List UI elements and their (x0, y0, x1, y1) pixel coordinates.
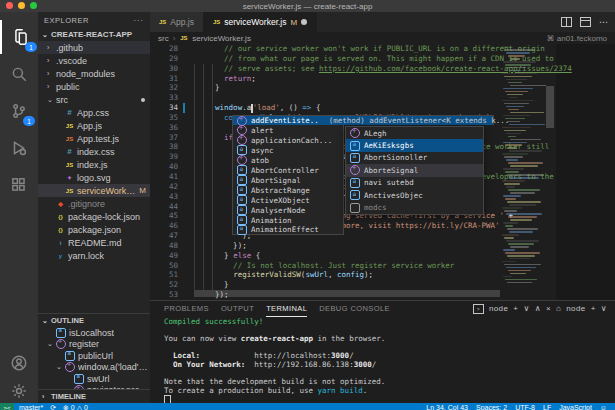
file-item-src[interactable]: ⌄src (38, 93, 150, 106)
explorer-icon[interactable]: 1 (0, 20, 40, 54)
file-item-.gitignore[interactable]: ◆.gitignore (38, 197, 150, 210)
suggest-item-AbstractRange[interactable]: AbstractRange (232, 185, 344, 195)
terminal-box-icon[interactable]: > (473, 304, 484, 314)
overlay-item-ALegh[interactable]: ALegh (346, 127, 483, 139)
suggest-item-AbortController[interactable]: AbortController (232, 165, 344, 175)
chevron-up-icon[interactable]: ∧ (535, 304, 541, 313)
tab-serviceWorker.js[interactable]: JSserviceWorker.jsM (204, 12, 317, 32)
suggest-item-applicationCach...[interactable]: applicationCach... (232, 135, 344, 145)
file-item-yarn.lock[interactable]: yyarn.lock (38, 249, 150, 262)
suggest-item-AbortSignal[interactable]: AbortSignal (232, 175, 344, 185)
terminal-output[interactable]: Compiled successfully! You can now view … (150, 316, 615, 404)
plus-icon[interactable]: + (591, 304, 596, 313)
file-item-App.test.js[interactable]: JSApp.test.js (38, 132, 150, 145)
suggest-item-AnalyserNode[interactable]: AnalyserNode (232, 205, 344, 215)
file-item-.github[interactable]: ›.github (38, 41, 150, 54)
file-item-index.js[interactable]: JSindex.js (38, 158, 150, 171)
status-item[interactable]: JavaScript (559, 404, 592, 410)
panel-tab-TERMINAL[interactable]: TERMINAL (266, 301, 307, 317)
suggest-item-Animation[interactable]: Animation (232, 215, 344, 225)
overlay-item-navi sutebd[interactable]: navi sutebd (346, 177, 483, 189)
git-gutter-marker (183, 261, 185, 271)
maximize-window-icon[interactable] (30, 2, 37, 9)
overlay-item-AborteSignal[interactable]: AborteSignal (346, 164, 483, 176)
file-item-node_modules[interactable]: ›node_modules (38, 67, 150, 80)
outline-item[interactable]: isLocalhost (38, 327, 150, 339)
outline-section-header[interactable]: ⌄ OUTLINE (38, 314, 150, 327)
line-number: 40 (150, 162, 183, 172)
overlay-item-AnctivesObjec[interactable]: AnctivesObjec (346, 189, 483, 201)
timeline-header-label: TIMELINE (51, 392, 86, 401)
outline-item[interactable]: ⌄window.a('load') callback (38, 362, 150, 374)
explorer-more-icon[interactable]: ··· (134, 16, 145, 25)
suggest-item-atob[interactable]: atob (232, 155, 344, 165)
suggest-item-ActiveXObject[interactable]: ActiveXObject (232, 195, 344, 205)
chevron-down-icon[interactable]: ∨ (523, 304, 529, 313)
breadcrumb-file[interactable]: serviceWorker.js (192, 34, 251, 43)
minimize-window-icon[interactable] (18, 2, 25, 9)
chevron-down-icon[interactable]: ∨ (601, 304, 607, 313)
overlay-label: AeKiEsksgbs (364, 141, 414, 150)
source-control-icon[interactable]: 1 (0, 94, 38, 128)
timeline-section-header[interactable]: › TIMELINE (38, 390, 150, 403)
line-number: 29 (150, 54, 183, 64)
panel-tab-OUTPUT[interactable]: OUTPUT (221, 301, 254, 316)
file-label: index.js (77, 160, 108, 170)
status-item[interactable]: ⊗ 0 △ 0 (63, 404, 88, 410)
file-label: yarn.lock (68, 251, 104, 261)
search-icon[interactable] (0, 57, 38, 91)
suggest-item-async[interactable]: async (232, 145, 344, 155)
overlay-item-AbortSionoller[interactable]: AbortSionoller (346, 152, 483, 164)
breadcrumb-src[interactable]: src (158, 34, 169, 43)
suggest-item-addEventListe..[interactable]: addEventListe..(method) addEventListener… (232, 115, 494, 125)
folder-chevron-icon: ⌄ (47, 96, 53, 104)
outline-item[interactable]: swUrl (38, 373, 150, 385)
file-item-package-lock.json[interactable]: {}package-lock.json (38, 210, 150, 223)
code-text: } else { (197, 251, 260, 261)
status-item[interactable]: UTF-8 (515, 404, 535, 410)
close-window-icon[interactable] (6, 2, 13, 9)
close-icon[interactable]: × (546, 304, 551, 313)
split-editor-icon[interactable] (561, 17, 572, 27)
file-item-App.js[interactable]: JSApp.js (38, 119, 150, 132)
extensions-icon[interactable] (0, 168, 38, 202)
tab-App.js[interactable]: JSApp.js (150, 12, 204, 32)
overlay-item-AeKiEsksgbs[interactable]: AeKiEsksgbs (346, 139, 483, 151)
home-icon[interactable]: ⌂ (556, 304, 561, 313)
file-item-README.md[interactable]: iREADME.md (38, 236, 150, 249)
panel-tab-PROBLEMS[interactable]: PROBLEMS (164, 301, 209, 316)
code-editor[interactable]: 28 // our service worker won't work if P… (150, 44, 615, 300)
plus-icon[interactable]: + (513, 304, 518, 313)
outline-item[interactable]: ⌄register (38, 339, 150, 351)
breadcrumb[interactable]: src › JS serviceWorker.js ⌘ an01.feckomo (150, 32, 615, 44)
file-item-.vscode[interactable]: ›.vscode (38, 54, 150, 67)
file-item-public[interactable]: ›public (38, 80, 150, 93)
toggle-layout-icon[interactable] (580, 17, 591, 27)
status-item[interactable]: Spaces: 2 (476, 404, 507, 410)
status-item[interactable]: master* (19, 404, 43, 410)
file-item-index.css[interactable]: #index.css (38, 145, 150, 158)
file-item-App.css[interactable]: #App.css (38, 106, 150, 119)
code-text: // Is not localhost. Just register servi… (197, 261, 454, 271)
status-item[interactable]: ⟳ (50, 404, 56, 410)
file-item-logo.svg[interactable]: ✦logo.svg (38, 171, 150, 184)
js-icon: JS (159, 19, 166, 25)
more-actions-icon[interactable]: ⋯ (599, 17, 609, 27)
overlay-item-modcs[interactable]: modcs (346, 201, 483, 213)
suggest-item-AnimationEffect[interactable]: AnimationEffect (232, 225, 344, 235)
var-symbol-icon (237, 165, 247, 175)
panel-tab-label: TERMINAL (266, 304, 307, 313)
file-item-package.json[interactable]: {}package.json (38, 223, 150, 236)
status-item[interactable]: ☺ (600, 404, 607, 410)
file-item-serviceWorker.js[interactable]: JSserviceWorker.jsM (38, 184, 150, 197)
outline-item[interactable]: publicUrl (38, 350, 150, 362)
project-section-header[interactable]: ⌄ CREATE-REACT-APP (38, 28, 150, 41)
overlay-label: ALegh (364, 129, 387, 138)
suggest-label: applicationCach... (251, 136, 332, 145)
status-item[interactable]: Ln 34, Col 43 (426, 404, 468, 410)
remote-indicator-icon[interactable]: >< (0, 403, 14, 410)
suggest-item-alert[interactable]: alert (232, 125, 344, 135)
status-item[interactable]: LF (543, 404, 551, 410)
run-debug-icon[interactable] (0, 131, 38, 165)
panel-tab-DEBUG CONSOLE[interactable]: DEBUG CONSOLE (319, 301, 390, 316)
